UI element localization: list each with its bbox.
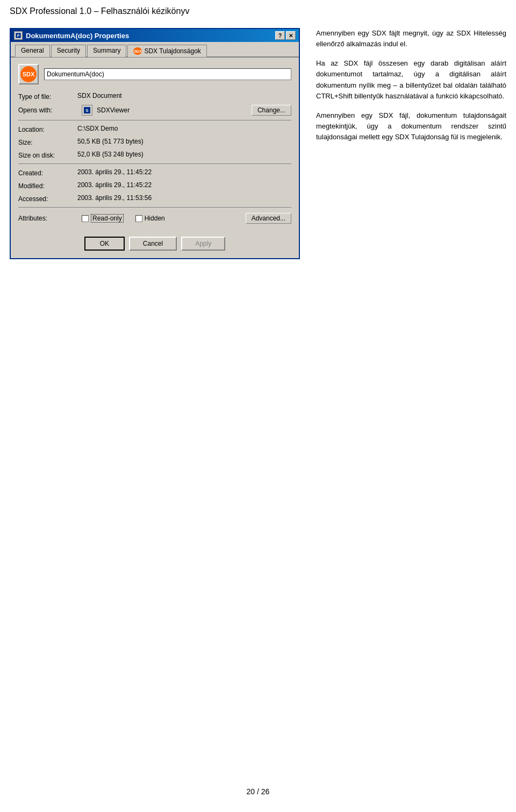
close-button[interactable]: ✕ <box>286 31 296 40</box>
opens-with-label: Opens with: <box>18 106 77 114</box>
hidden-label: Hidden <box>145 215 165 222</box>
size-value: 50,5 KB (51 773 bytes) <box>77 138 144 145</box>
size-on-disk-value: 52,0 KB (53 248 bytes) <box>77 151 144 158</box>
app-name: SDXViewer <box>97 106 130 114</box>
dialog-body: SDX Type of file: SDX Document Opens wit… <box>11 58 299 230</box>
size-row: Size: 50,5 KB (51 773 bytes) <box>18 138 291 146</box>
tab-sdx-tulajdonsagok[interactable]: SDX SDX Tulajdonságok <box>127 45 206 57</box>
accessed-label: Accessed: <box>18 194 77 203</box>
svg-text:S: S <box>85 108 89 113</box>
dialog-footer: OK Cancel Apply <box>11 230 299 258</box>
sdx-logo-inner: SDX <box>20 66 37 82</box>
opens-with-row: Opens with: S SDXViewer Change... <box>18 105 291 116</box>
accessed-value: 2003. április 29., 11:53:56 <box>77 194 152 202</box>
dialog-title: DokumentumA(doc) Properties <box>26 32 129 40</box>
size-on-disk-label: Size on disk: <box>18 151 77 159</box>
cancel-button[interactable]: Cancel <box>129 237 177 251</box>
type-of-file-row: Type of file: SDX Document <box>18 92 291 101</box>
tab-general[interactable]: General <box>15 45 50 57</box>
hidden-group: Hidden <box>135 215 165 222</box>
right-paragraph-1: Amennyiben egy SDX fájlt megnyit, úgy az… <box>316 28 506 49</box>
modified-value: 2003. április 29., 11:45:22 <box>77 181 152 189</box>
readonly-checkbox[interactable] <box>82 215 89 222</box>
size-label: Size: <box>18 138 77 146</box>
help-button[interactable]: ? <box>275 31 285 40</box>
created-label: Created: <box>18 168 77 177</box>
separator-1 <box>18 120 291 120</box>
separator-2 <box>18 163 291 164</box>
advanced-button[interactable]: Advanced... <box>246 213 291 224</box>
titlebar-buttons: ? ✕ <box>275 31 296 40</box>
modified-label: Modified: <box>18 181 77 190</box>
change-button[interactable]: Change... <box>252 105 291 116</box>
accessed-row: Accessed: 2003. április 29., 11:53:56 <box>18 194 291 203</box>
type-label: Type of file: <box>18 92 77 101</box>
readonly-label: Read-only <box>91 214 124 223</box>
app-icon: S <box>82 105 92 116</box>
created-value: 2003. április 29., 11:45:22 <box>77 168 152 176</box>
hidden-checkbox[interactable] <box>135 215 142 222</box>
page-footer: 20 / 26 <box>0 787 516 796</box>
location-label: Location: <box>18 125 77 133</box>
type-value: SDX Document <box>77 92 122 99</box>
readonly-group: Read-only <box>82 214 124 223</box>
location-row: Location: C:\SDX Demo <box>18 125 291 133</box>
separator-3 <box>18 207 291 208</box>
right-paragraph-2: Ha az SDX fájl összesen egy darab digitá… <box>316 58 506 102</box>
ok-button[interactable]: OK <box>84 237 125 251</box>
attributes-row: Attributes: Read-only Hidden Advanced... <box>18 213 291 224</box>
modified-row: Modified: 2003. április 29., 11:45:22 <box>18 181 291 190</box>
titlebar-app-icon: P <box>14 31 23 40</box>
tabs-row: General Security Summary SDX SDX Tulajdo… <box>11 42 299 58</box>
tab-summary[interactable]: Summary <box>87 45 126 57</box>
filename-row: SDX <box>18 64 291 84</box>
attributes-label: Attributes: <box>18 215 77 222</box>
right-paragraph-3: Amennyiben egy SDX fájl, dokumentum tula… <box>316 110 506 143</box>
titlebar-left: P DokumentumA(doc) Properties <box>14 31 129 40</box>
sdx-tab-icon: SDX <box>133 47 142 55</box>
dialog-titlebar: P DokumentumA(doc) Properties ? ✕ <box>11 29 299 42</box>
right-text-column: Amennyiben egy SDX fájlt megnyit, úgy az… <box>316 28 506 259</box>
created-row: Created: 2003. április 29., 11:45:22 <box>18 168 291 177</box>
svg-text:P: P <box>17 34 20 38</box>
page-title: SDX Professional 1.0 – Felhasználói kézi… <box>0 0 516 23</box>
location-value: C:\SDX Demo <box>77 125 118 132</box>
size-on-disk-row: Size on disk: 52,0 KB (53 248 bytes) <box>18 151 291 159</box>
sdx-logo: SDX <box>18 64 39 84</box>
tab-security[interactable]: Security <box>51 45 86 57</box>
apply-button[interactable]: Apply <box>181 237 225 251</box>
filename-input[interactable] <box>44 68 291 80</box>
properties-dialog: P DokumentumA(doc) Properties ? ✕ Genera… <box>10 28 300 259</box>
